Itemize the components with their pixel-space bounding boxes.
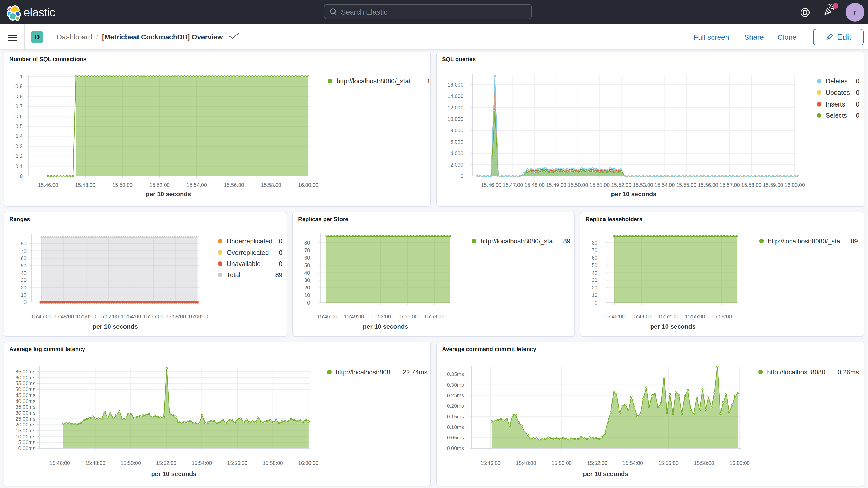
svg-text:15:52:00: 15:52:00 bbox=[587, 460, 607, 466]
svg-text:15:52:00: 15:52:00 bbox=[371, 314, 391, 319]
svg-text:16:00:00: 16:00:00 bbox=[784, 182, 805, 188]
svg-text:per 10 seconds: per 10 seconds bbox=[650, 323, 696, 330]
svg-text:15:56:00: 15:56:00 bbox=[143, 314, 163, 319]
svg-text:0.00ms: 0.00ms bbox=[447, 446, 464, 451]
svg-text:15:55:00: 15:55:00 bbox=[397, 314, 417, 319]
svg-text:15:46:00: 15:46:00 bbox=[604, 314, 625, 319]
svg-text:20: 20 bbox=[592, 285, 597, 291]
svg-text:0: 0 bbox=[20, 173, 23, 179]
svg-text:0.00ms: 0.00ms bbox=[18, 446, 35, 451]
svg-text:15:54:00: 15:54:00 bbox=[121, 314, 141, 319]
svg-text:6,000: 6,000 bbox=[451, 139, 463, 145]
svg-text:per 10 seconds: per 10 seconds bbox=[151, 470, 196, 477]
svg-text:0.9: 0.9 bbox=[16, 84, 23, 89]
svg-text:0.2: 0.2 bbox=[16, 153, 23, 159]
svg-text:15:46:00: 15:46:00 bbox=[38, 182, 58, 188]
svg-text:15:58:00: 15:58:00 bbox=[261, 182, 281, 188]
svg-text:per 10 seconds: per 10 seconds bbox=[611, 190, 656, 197]
svg-text:1: 1 bbox=[427, 78, 430, 85]
svg-text:16:00:00: 16:00:00 bbox=[298, 460, 318, 466]
svg-text:0: 0 bbox=[279, 249, 282, 256]
svg-text:per 10 seconds: per 10 seconds bbox=[363, 323, 408, 330]
svg-text:0.5: 0.5 bbox=[16, 123, 23, 129]
svg-text:15:48:00: 15:48:00 bbox=[516, 460, 536, 466]
svg-text:20: 20 bbox=[21, 285, 27, 291]
svg-text:15:50:00: 15:50:00 bbox=[121, 460, 141, 466]
svg-text:Overreplicated: Overreplicated bbox=[227, 249, 269, 256]
svg-text:89: 89 bbox=[563, 238, 570, 245]
svg-text:16:00:00: 16:00:00 bbox=[188, 314, 208, 319]
svg-text:0: 0 bbox=[595, 300, 597, 306]
svg-text:15:48:00: 15:48:00 bbox=[75, 182, 95, 188]
svg-text:15:46:00: 15:46:00 bbox=[481, 182, 501, 188]
svg-text:89: 89 bbox=[275, 271, 282, 279]
svg-text:15:58:00: 15:58:00 bbox=[424, 314, 444, 319]
svg-text:15:46:00: 15:46:00 bbox=[31, 314, 52, 319]
svg-text:15:54:00: 15:54:00 bbox=[623, 460, 643, 466]
svg-text:70: 70 bbox=[592, 247, 597, 253]
svg-text:30: 30 bbox=[592, 277, 597, 283]
svg-text:15:52:00: 15:52:00 bbox=[149, 182, 170, 188]
svg-text:15:49:00: 15:49:00 bbox=[546, 182, 566, 188]
svg-text:0.25ms: 0.25ms bbox=[447, 393, 464, 398]
svg-text:0.7: 0.7 bbox=[16, 103, 23, 109]
svg-text:15:58:00: 15:58:00 bbox=[694, 460, 714, 466]
svg-text:65.00ms: 65.00ms bbox=[16, 369, 35, 374]
svg-text:0: 0 bbox=[856, 100, 860, 108]
svg-text:14,000: 14,000 bbox=[447, 93, 463, 99]
svg-text:per 10 seconds: per 10 seconds bbox=[93, 323, 138, 330]
svg-text:0: 0 bbox=[24, 299, 27, 305]
svg-text:70: 70 bbox=[304, 247, 310, 253]
svg-text:0.10ms: 0.10ms bbox=[447, 424, 464, 430]
svg-text:0: 0 bbox=[461, 173, 463, 179]
svg-text:50: 50 bbox=[21, 263, 27, 268]
svg-text:80: 80 bbox=[304, 240, 310, 246]
svg-text:40: 40 bbox=[304, 270, 310, 276]
svg-text:15:48:00: 15:48:00 bbox=[54, 314, 74, 319]
svg-text:Updates: Updates bbox=[826, 89, 850, 96]
svg-text:0: 0 bbox=[856, 89, 860, 96]
svg-text:50: 50 bbox=[304, 263, 310, 268]
svg-text:15.00ms: 15.00ms bbox=[16, 428, 35, 433]
svg-text:0: 0 bbox=[856, 112, 860, 119]
svg-text:http://localhost:8080/_stat...: http://localhost:8080/_stat... bbox=[337, 78, 416, 85]
svg-text:15:50:00: 15:50:00 bbox=[112, 182, 132, 188]
svg-text:0.6: 0.6 bbox=[16, 114, 23, 119]
svg-text:15:46:00: 15:46:00 bbox=[317, 314, 337, 319]
svg-text:15:56:00: 15:56:00 bbox=[224, 182, 244, 188]
svg-text:70: 70 bbox=[21, 248, 27, 254]
svg-text:0: 0 bbox=[856, 78, 860, 85]
svg-text:40.00ms: 40.00ms bbox=[16, 398, 35, 404]
svg-text:15:50:00: 15:50:00 bbox=[76, 314, 96, 319]
svg-text:0: 0 bbox=[279, 260, 282, 267]
svg-text:15:59:00: 15:59:00 bbox=[763, 182, 783, 188]
svg-text:0.05ms: 0.05ms bbox=[447, 435, 464, 440]
svg-text:0.15ms: 0.15ms bbox=[447, 414, 464, 419]
svg-text:15:50:00: 15:50:00 bbox=[552, 460, 572, 466]
svg-text:15:52:00: 15:52:00 bbox=[98, 314, 119, 319]
svg-text:15:54:00: 15:54:00 bbox=[191, 460, 212, 466]
svg-text:15:51:00: 15:51:00 bbox=[589, 182, 610, 188]
svg-text:0: 0 bbox=[279, 238, 282, 245]
svg-text:80: 80 bbox=[592, 240, 597, 246]
svg-text:Underreplicated: Underreplicated bbox=[227, 238, 273, 245]
svg-text:15:48:00: 15:48:00 bbox=[85, 460, 105, 466]
svg-text:0.35ms: 0.35ms bbox=[447, 371, 464, 377]
svg-text:89: 89 bbox=[850, 238, 858, 245]
svg-text:15:58:00: 15:58:00 bbox=[263, 460, 283, 466]
svg-text:0.8: 0.8 bbox=[16, 94, 23, 99]
svg-text:http://localhost:8080/_sta...: http://localhost:8080/_sta... bbox=[480, 238, 558, 245]
svg-text:15:56:00: 15:56:00 bbox=[227, 460, 247, 466]
svg-text:http://localhost:808...: http://localhost:808... bbox=[336, 368, 396, 376]
svg-text:30: 30 bbox=[21, 277, 27, 283]
svg-text:20.00ms: 20.00ms bbox=[16, 422, 35, 427]
svg-text:15:57:00: 15:57:00 bbox=[720, 182, 740, 188]
svg-text:40: 40 bbox=[592, 270, 597, 276]
svg-text:per 10 seconds: per 10 seconds bbox=[583, 470, 628, 477]
svg-text:10: 10 bbox=[592, 292, 597, 298]
svg-text:15:52:00: 15:52:00 bbox=[156, 460, 177, 466]
svg-text:15:49:00: 15:49:00 bbox=[344, 314, 364, 319]
svg-text:50.00ms: 50.00ms bbox=[16, 387, 35, 392]
svg-text:15:49:00: 15:49:00 bbox=[631, 314, 652, 319]
svg-text:10.00ms: 10.00ms bbox=[16, 434, 35, 439]
